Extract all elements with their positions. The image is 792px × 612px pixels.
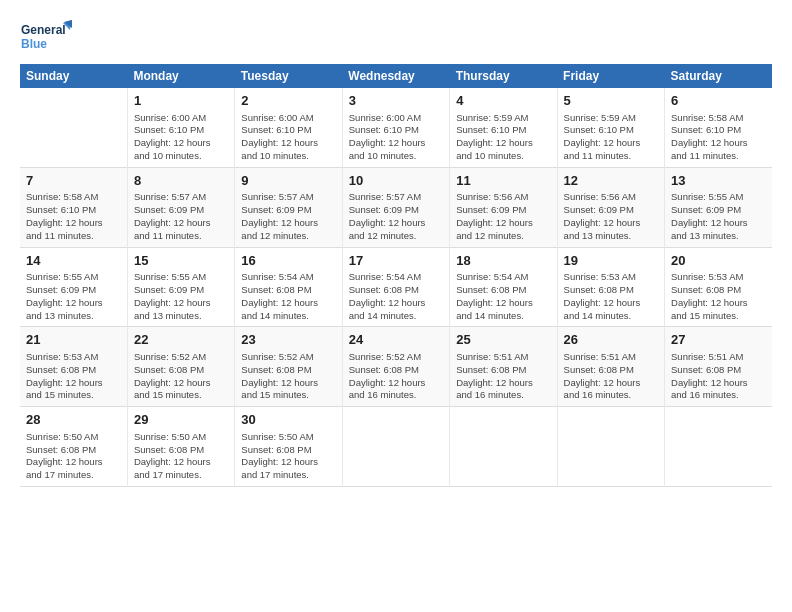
day-info: Sunrise: 5:53 AMSunset: 6:08 PMDaylight:… [671,271,766,322]
calendar-day-cell [450,407,557,487]
day-info: Sunrise: 5:57 AMSunset: 6:09 PMDaylight:… [241,191,335,242]
day-info: Sunrise: 5:52 AMSunset: 6:08 PMDaylight:… [241,351,335,402]
calendar-day-cell: 18Sunrise: 5:54 AMSunset: 6:08 PMDayligh… [450,247,557,327]
svg-text:General: General [21,23,66,37]
calendar-day-cell: 13Sunrise: 5:55 AMSunset: 6:09 PMDayligh… [665,167,772,247]
calendar-day-cell: 28Sunrise: 5:50 AMSunset: 6:08 PMDayligh… [20,407,127,487]
day-info: Sunrise: 5:50 AMSunset: 6:08 PMDaylight:… [134,431,228,482]
calendar-week-row: 28Sunrise: 5:50 AMSunset: 6:08 PMDayligh… [20,407,772,487]
day-number: 11 [456,172,550,190]
calendar-day-cell [665,407,772,487]
calendar-day-cell: 24Sunrise: 5:52 AMSunset: 6:08 PMDayligh… [342,327,449,407]
calendar-day-cell: 21Sunrise: 5:53 AMSunset: 6:08 PMDayligh… [20,327,127,407]
day-number: 21 [26,331,121,349]
day-info: Sunrise: 5:51 AMSunset: 6:08 PMDaylight:… [671,351,766,402]
calendar-day-cell: 1Sunrise: 6:00 AMSunset: 6:10 PMDaylight… [127,88,234,167]
day-info: Sunrise: 5:55 AMSunset: 6:09 PMDaylight:… [671,191,766,242]
day-number: 9 [241,172,335,190]
logo-svg: General Blue [20,18,72,56]
day-info: Sunrise: 5:59 AMSunset: 6:10 PMDaylight:… [564,112,658,163]
calendar-week-row: 14Sunrise: 5:55 AMSunset: 6:09 PMDayligh… [20,247,772,327]
day-number: 24 [349,331,443,349]
day-number: 16 [241,252,335,270]
day-number: 2 [241,92,335,110]
col-header-sunday: Sunday [20,64,127,88]
day-number: 17 [349,252,443,270]
calendar-day-cell: 15Sunrise: 5:55 AMSunset: 6:09 PMDayligh… [127,247,234,327]
calendar-day-cell [20,88,127,167]
day-number: 12 [564,172,658,190]
day-number: 18 [456,252,550,270]
day-number: 23 [241,331,335,349]
day-info: Sunrise: 5:58 AMSunset: 6:10 PMDaylight:… [26,191,121,242]
day-number: 28 [26,411,121,429]
calendar-day-cell: 4Sunrise: 5:59 AMSunset: 6:10 PMDaylight… [450,88,557,167]
calendar-day-cell [342,407,449,487]
calendar-day-cell: 16Sunrise: 5:54 AMSunset: 6:08 PMDayligh… [235,247,342,327]
calendar-day-cell: 25Sunrise: 5:51 AMSunset: 6:08 PMDayligh… [450,327,557,407]
calendar-week-row: 7Sunrise: 5:58 AMSunset: 6:10 PMDaylight… [20,167,772,247]
day-info: Sunrise: 5:53 AMSunset: 6:08 PMDaylight:… [26,351,121,402]
day-number: 20 [671,252,766,270]
day-number: 8 [134,172,228,190]
day-number: 7 [26,172,121,190]
logo: General Blue [20,18,72,56]
calendar-day-cell: 10Sunrise: 5:57 AMSunset: 6:09 PMDayligh… [342,167,449,247]
calendar-day-cell: 22Sunrise: 5:52 AMSunset: 6:08 PMDayligh… [127,327,234,407]
day-number: 13 [671,172,766,190]
calendar-day-cell: 26Sunrise: 5:51 AMSunset: 6:08 PMDayligh… [557,327,664,407]
calendar-day-cell: 29Sunrise: 5:50 AMSunset: 6:08 PMDayligh… [127,407,234,487]
calendar-day-cell: 3Sunrise: 6:00 AMSunset: 6:10 PMDaylight… [342,88,449,167]
day-info: Sunrise: 5:52 AMSunset: 6:08 PMDaylight:… [134,351,228,402]
day-info: Sunrise: 6:00 AMSunset: 6:10 PMDaylight:… [134,112,228,163]
col-header-tuesday: Tuesday [235,64,342,88]
calendar-day-cell: 14Sunrise: 5:55 AMSunset: 6:09 PMDayligh… [20,247,127,327]
day-number: 3 [349,92,443,110]
col-header-wednesday: Wednesday [342,64,449,88]
calendar-day-cell: 6Sunrise: 5:58 AMSunset: 6:10 PMDaylight… [665,88,772,167]
calendar-day-cell: 2Sunrise: 6:00 AMSunset: 6:10 PMDaylight… [235,88,342,167]
day-number: 27 [671,331,766,349]
day-info: Sunrise: 5:51 AMSunset: 6:08 PMDaylight:… [456,351,550,402]
day-number: 6 [671,92,766,110]
day-number: 5 [564,92,658,110]
calendar-day-cell [557,407,664,487]
day-info: Sunrise: 5:56 AMSunset: 6:09 PMDaylight:… [564,191,658,242]
col-header-saturday: Saturday [665,64,772,88]
calendar-week-row: 21Sunrise: 5:53 AMSunset: 6:08 PMDayligh… [20,327,772,407]
calendar-header-row: SundayMondayTuesdayWednesdayThursdayFrid… [20,64,772,88]
day-info: Sunrise: 5:54 AMSunset: 6:08 PMDaylight:… [456,271,550,322]
day-number: 22 [134,331,228,349]
day-info: Sunrise: 5:54 AMSunset: 6:08 PMDaylight:… [241,271,335,322]
svg-text:Blue: Blue [21,37,47,51]
day-info: Sunrise: 5:54 AMSunset: 6:08 PMDaylight:… [349,271,443,322]
day-number: 10 [349,172,443,190]
calendar-day-cell: 17Sunrise: 5:54 AMSunset: 6:08 PMDayligh… [342,247,449,327]
day-number: 30 [241,411,335,429]
day-number: 4 [456,92,550,110]
calendar-day-cell: 30Sunrise: 5:50 AMSunset: 6:08 PMDayligh… [235,407,342,487]
day-info: Sunrise: 5:50 AMSunset: 6:08 PMDaylight:… [241,431,335,482]
calendar-week-row: 1Sunrise: 6:00 AMSunset: 6:10 PMDaylight… [20,88,772,167]
day-number: 15 [134,252,228,270]
calendar-day-cell: 12Sunrise: 5:56 AMSunset: 6:09 PMDayligh… [557,167,664,247]
day-info: Sunrise: 5:53 AMSunset: 6:08 PMDaylight:… [564,271,658,322]
day-number: 26 [564,331,658,349]
day-number: 29 [134,411,228,429]
calendar-day-cell: 20Sunrise: 5:53 AMSunset: 6:08 PMDayligh… [665,247,772,327]
calendar-day-cell: 19Sunrise: 5:53 AMSunset: 6:08 PMDayligh… [557,247,664,327]
calendar-day-cell: 7Sunrise: 5:58 AMSunset: 6:10 PMDaylight… [20,167,127,247]
calendar-day-cell: 23Sunrise: 5:52 AMSunset: 6:08 PMDayligh… [235,327,342,407]
calendar-table: SundayMondayTuesdayWednesdayThursdayFrid… [20,64,772,487]
day-info: Sunrise: 5:59 AMSunset: 6:10 PMDaylight:… [456,112,550,163]
col-header-monday: Monday [127,64,234,88]
day-info: Sunrise: 5:52 AMSunset: 6:08 PMDaylight:… [349,351,443,402]
day-info: Sunrise: 5:51 AMSunset: 6:08 PMDaylight:… [564,351,658,402]
calendar-day-cell: 27Sunrise: 5:51 AMSunset: 6:08 PMDayligh… [665,327,772,407]
day-info: Sunrise: 5:58 AMSunset: 6:10 PMDaylight:… [671,112,766,163]
day-number: 19 [564,252,658,270]
day-info: Sunrise: 6:00 AMSunset: 6:10 PMDaylight:… [241,112,335,163]
day-info: Sunrise: 5:56 AMSunset: 6:09 PMDaylight:… [456,191,550,242]
col-header-thursday: Thursday [450,64,557,88]
day-info: Sunrise: 5:50 AMSunset: 6:08 PMDaylight:… [26,431,121,482]
